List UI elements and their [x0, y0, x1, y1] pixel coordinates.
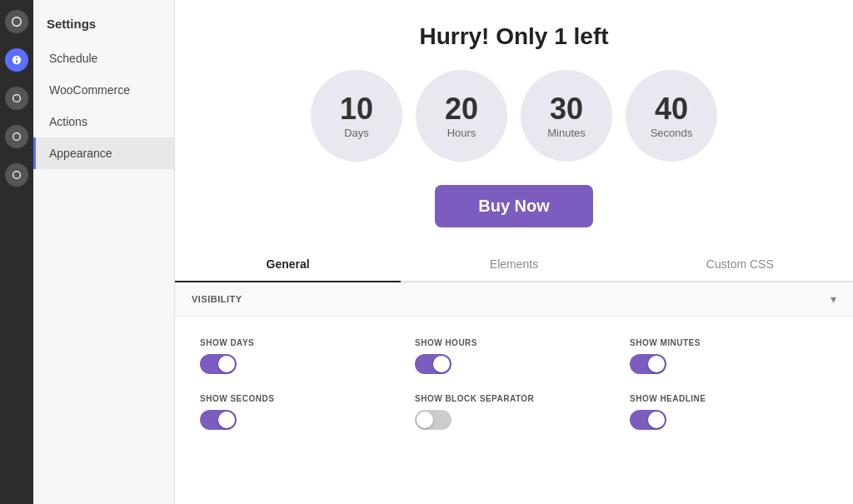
sidebar: Settings Schedule WooCommerce Actions Ap…: [33, 0, 175, 504]
countdown-days-label: Days: [344, 127, 369, 139]
toggle-show-block-separator-label: SHOW BLOCK SEPARATOR: [415, 394, 613, 403]
toggle-show-block-separator-switch[interactable]: [415, 410, 451, 430]
toggle-show-block-separator-track[interactable]: [415, 410, 451, 430]
tab-general[interactable]: General: [175, 247, 401, 282]
toggles-grid: SHOW DAYS SHOW HOURS SHOW MINUTES: [175, 317, 853, 455]
countdown-minutes-value: 30: [550, 92, 583, 126]
countdown-row: 10 Days 20 Hours 30 Minutes 40 Seconds: [311, 70, 717, 162]
icon-bar-item-3[interactable]: [5, 87, 28, 110]
visibility-header: VISIBILITY ▾: [175, 282, 853, 317]
toggle-show-hours-switch[interactable]: [415, 354, 451, 374]
icon-bar-item-2-active[interactable]: [5, 48, 28, 72]
toggle-show-headline: SHOW HEADLINE: [621, 386, 836, 442]
icon-bar-item-5[interactable]: [5, 163, 28, 187]
toggle-show-minutes: SHOW MINUTES: [621, 330, 836, 386]
toggle-show-seconds-label: SHOW SECONDS: [200, 394, 398, 403]
toggle-show-hours-thumb: [433, 356, 450, 372]
toggle-show-headline-label: SHOW HEADLINE: [630, 394, 828, 403]
toggle-show-hours: SHOW HOURS: [407, 330, 621, 386]
countdown-minutes-label: Minutes: [547, 127, 586, 139]
buy-now-button[interactable]: Buy Now: [435, 185, 593, 227]
preview-area: Hurry! Only 1 left 10 Days 20 Hours 30 M…: [175, 0, 853, 247]
tab-elements[interactable]: Elements: [401, 247, 626, 282]
countdown-days-value: 10: [340, 92, 373, 126]
chevron-down-icon: ▾: [831, 292, 836, 306]
toggle-show-days-switch[interactable]: [200, 354, 237, 374]
toggle-show-days: SHOW DAYS: [192, 330, 407, 386]
toggle-show-seconds: SHOW SECONDS: [192, 386, 407, 442]
toggle-show-block-separator: SHOW BLOCK SEPARATOR: [407, 386, 621, 442]
countdown-seconds-label: Seconds: [651, 127, 693, 139]
tab-custom-css[interactable]: Custom CSS: [627, 247, 853, 282]
countdown-days: 10 Days: [311, 70, 402, 162]
toggle-show-headline-thumb: [648, 412, 665, 428]
toggle-show-headline-track[interactable]: [630, 410, 666, 430]
toggle-show-seconds-track[interactable]: [200, 410, 237, 430]
toggle-show-minutes-track[interactable]: [630, 354, 666, 374]
preview-headline: Hurry! Only 1 left: [419, 23, 608, 50]
toggle-show-minutes-thumb: [648, 356, 665, 372]
settings-panel: VISIBILITY ▾ SHOW DAYS SHOW HOURS: [175, 282, 853, 504]
sidebar-item-schedule[interactable]: Schedule: [33, 42, 174, 74]
svg-point-2: [13, 133, 21, 141]
visibility-title: VISIBILITY: [192, 294, 242, 304]
svg-point-0: [12, 17, 22, 27]
toggle-show-days-thumb: [218, 356, 235, 372]
tabs-bar: General Elements Custom CSS: [175, 247, 853, 282]
toggle-show-days-track[interactable]: [200, 354, 237, 374]
toggle-show-seconds-thumb: [218, 412, 235, 428]
sidebar-title: Settings: [33, 8, 174, 42]
toggle-show-seconds-switch[interactable]: [200, 410, 237, 430]
toggle-show-minutes-label: SHOW MINUTES: [630, 338, 828, 347]
countdown-hours-label: Hours: [447, 127, 476, 139]
sidebar-item-woocommerce[interactable]: WooCommerce: [33, 74, 174, 106]
countdown-seconds-value: 40: [655, 92, 688, 126]
toggle-show-headline-switch[interactable]: [630, 410, 666, 430]
main-content: Hurry! Only 1 left 10 Days 20 Hours 30 M…: [175, 0, 853, 504]
icon-bar: [0, 0, 33, 504]
toggle-show-hours-label: SHOW HOURS: [415, 338, 613, 347]
sidebar-item-actions[interactable]: Actions: [33, 106, 174, 137]
icon-bar-item-4[interactable]: [5, 125, 28, 148]
sidebar-item-appearance[interactable]: Appearance: [33, 137, 174, 169]
toggle-show-minutes-switch[interactable]: [630, 354, 666, 374]
countdown-seconds: 40 Seconds: [626, 70, 717, 162]
icon-bar-item-1[interactable]: [5, 10, 28, 33]
svg-point-1: [13, 95, 21, 102]
countdown-hours: 20 Hours: [416, 70, 507, 162]
toggle-show-block-separator-thumb: [417, 412, 433, 428]
svg-point-3: [13, 172, 21, 179]
countdown-hours-value: 20: [445, 92, 478, 126]
toggle-show-hours-track[interactable]: [415, 354, 451, 374]
countdown-minutes: 30 Minutes: [521, 70, 612, 162]
toggle-show-days-label: SHOW DAYS: [200, 338, 398, 347]
